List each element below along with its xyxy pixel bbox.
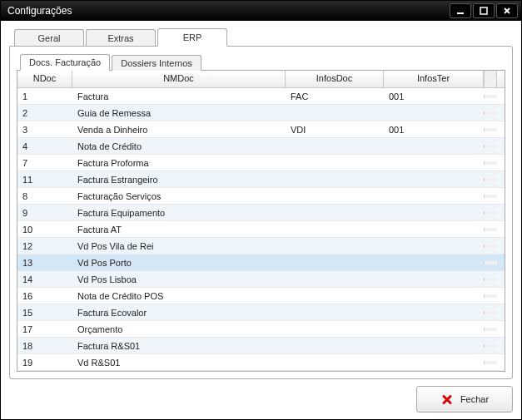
cell-ndoc: 8 — [17, 190, 72, 203]
scrollbar-gutter — [484, 278, 497, 281]
cell-infoster — [384, 211, 484, 215]
cell-infosdoc — [286, 261, 384, 264]
table-row[interactable]: 19Vd R&S01 — [17, 354, 505, 371]
scrollbar-gutter — [484, 111, 497, 115]
table-row[interactable]: 10Factura AT — [17, 221, 505, 238]
table-row[interactable]: 12Vd Pos Vila de Rei — [17, 238, 505, 254]
cell-infosdoc: FAC — [286, 90, 384, 103]
minimize-button[interactable] — [450, 3, 471, 18]
cell-infoster — [384, 328, 484, 331]
table-row[interactable]: 9Factura Equipamento — [17, 205, 505, 221]
col-header-infosdoc[interactable]: InfosDoc — [286, 71, 384, 87]
cell-nmdoc: Vd Pos Porto — [72, 256, 286, 269]
cell-infosdoc — [286, 111, 384, 115]
cell-infoster — [384, 294, 484, 298]
cell-infosdoc — [286, 361, 384, 364]
cell-nmdoc: Vd Pos Lisboa — [72, 273, 286, 286]
close-button[interactable]: Fechar — [416, 386, 513, 413]
table-row[interactable]: 3Venda a DinheiroVDI001 — [17, 121, 505, 138]
cell-nmdoc: Venda a Dinheiro — [72, 123, 286, 136]
scrollbar-gutter — [484, 245, 497, 248]
cell-infoster — [384, 311, 484, 314]
cell-ndoc: 13 — [17, 256, 72, 269]
table-row[interactable]: 17Orçamento — [17, 321, 505, 338]
cell-infosdoc — [286, 211, 384, 215]
table-row[interactable]: 7Factura Proforma — [17, 155, 505, 171]
close-icon — [440, 393, 454, 406]
inner-tabstrip: Docs. Facturação Dossiers Internos — [20, 53, 505, 70]
table-row[interactable]: 18Factura R&S01 — [17, 338, 505, 354]
cell-ndoc: 15 — [17, 306, 72, 319]
cell-infoster — [384, 228, 484, 231]
col-header-infoster[interactable]: InfosTer — [384, 71, 484, 87]
client-area: Geral Extras ERP Docs. Facturação Dossie… — [1, 21, 521, 420]
table-row[interactable]: 16Nota de Crédito POS — [17, 288, 505, 304]
tab-erp[interactable]: ERP — [157, 28, 227, 47]
cell-infosdoc — [286, 278, 384, 281]
scrollbar-gutter — [484, 344, 497, 348]
table-row[interactable]: 11Factura Estrangeiro — [17, 171, 505, 188]
cell-infoster — [384, 195, 484, 198]
table-row[interactable]: 14Vd Pos Lisboa — [17, 271, 505, 288]
scrollbar-gutter — [484, 228, 497, 231]
table-row[interactable]: 15Factura Ecovalor — [17, 304, 505, 321]
col-header-nmdoc[interactable]: NMDoc — [72, 71, 286, 87]
cell-infoster — [384, 261, 484, 264]
cell-ndoc: 3 — [17, 123, 72, 136]
cell-infosdoc — [286, 294, 384, 298]
tab-docs-facturacao[interactable]: Docs. Facturação — [20, 54, 110, 71]
cell-ndoc: 19 — [17, 356, 72, 369]
close-window-button[interactable] — [496, 3, 518, 18]
footer: Fechar — [9, 379, 513, 413]
grid-header: NDoc NMDoc InfosDoc InfosTer — [17, 71, 505, 88]
scrollbar-gutter — [484, 311, 497, 314]
maximize-button[interactable] — [473, 3, 495, 18]
close-button-label: Fechar — [460, 394, 489, 404]
cell-nmdoc: Vd R&S01 — [72, 356, 286, 369]
cell-infoster — [384, 111, 484, 115]
cell-infoster — [384, 344, 484, 348]
cell-nmdoc: Factura AT — [72, 223, 286, 236]
titlebar: Configurações — [1, 1, 521, 21]
window-title: Configurações — [7, 5, 72, 17]
cell-infoster — [384, 161, 484, 165]
cell-infosdoc — [286, 195, 384, 198]
inner-tab-panel: NDoc NMDoc InfosDoc InfosTer 1FacturaFAC… — [17, 70, 505, 372]
scrollbar-gutter — [484, 128, 497, 131]
table-row[interactable]: 1FacturaFAC001 — [17, 88, 505, 105]
tab-dossiers-internos[interactable]: Dossiers Internos — [112, 55, 201, 71]
cell-ndoc: 10 — [17, 223, 72, 236]
table-row[interactable]: 4Nota de Crédito — [17, 138, 505, 155]
table-row[interactable]: 13Vd Pos Porto — [17, 254, 505, 271]
cell-nmdoc: Orçamento — [72, 323, 286, 336]
table-row[interactable]: 2Guia de Remessa — [17, 105, 505, 121]
cell-infoster: 001 — [384, 90, 484, 103]
cell-infosdoc — [286, 161, 384, 165]
scrollbar-gutter — [484, 261, 497, 264]
cell-nmdoc: Factura R&S01 — [72, 339, 286, 353]
scrollbar-gutter — [484, 161, 497, 165]
cell-infoster — [384, 361, 484, 364]
scrollbar-gutter — [484, 178, 497, 181]
col-header-ndoc[interactable]: NDoc — [17, 71, 72, 87]
cell-infoster — [384, 145, 484, 148]
cell-ndoc: 9 — [17, 206, 72, 220]
tab-extras[interactable]: Extras — [86, 29, 156, 47]
outer-tab-panel: Docs. Facturação Dossiers Internos NDoc … — [9, 46, 513, 379]
tab-geral[interactable]: Geral — [14, 29, 84, 47]
cell-nmdoc: Facturação Serviços — [72, 190, 286, 203]
cell-ndoc: 7 — [17, 156, 72, 170]
scrollbar[interactable] — [484, 71, 497, 87]
documents-grid[interactable]: NDoc NMDoc InfosDoc InfosTer 1FacturaFAC… — [17, 71, 505, 371]
cell-ndoc: 11 — [17, 173, 72, 186]
cell-ndoc: 2 — [17, 106, 72, 120]
svg-rect-1 — [480, 7, 487, 14]
cell-infoster — [384, 278, 484, 281]
svg-rect-0 — [457, 12, 464, 14]
scrollbar-gutter — [484, 95, 497, 98]
cell-nmdoc: Factura Ecovalor — [72, 306, 286, 319]
grid-body: 1FacturaFAC0012Guia de Remessa3Venda a D… — [17, 88, 505, 371]
table-row[interactable]: 8Facturação Serviços — [17, 188, 505, 205]
cell-ndoc: 16 — [17, 289, 72, 303]
window: Configurações Geral Extras ERP Docs. Fac… — [0, 0, 522, 420]
